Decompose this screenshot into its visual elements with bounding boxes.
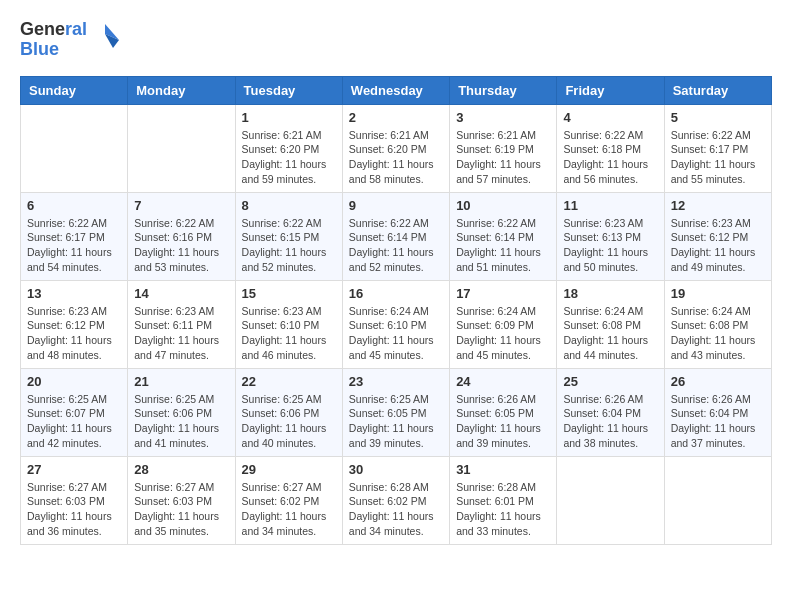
day-number: 5 (671, 110, 765, 125)
weekday-header: Friday (557, 76, 664, 104)
calendar-cell: 30Sunrise: 6:28 AM Sunset: 6:02 PM Dayli… (342, 456, 449, 544)
calendar-table: SundayMondayTuesdayWednesdayThursdayFrid… (20, 76, 772, 545)
calendar-cell: 20Sunrise: 6:25 AM Sunset: 6:07 PM Dayli… (21, 368, 128, 456)
weekday-header: Wednesday (342, 76, 449, 104)
calendar-week-row: 1Sunrise: 6:21 AM Sunset: 6:20 PM Daylig… (21, 104, 772, 192)
day-info: Sunrise: 6:23 AM Sunset: 6:12 PM Dayligh… (671, 216, 765, 275)
calendar-cell: 29Sunrise: 6:27 AM Sunset: 6:02 PM Dayli… (235, 456, 342, 544)
day-info: Sunrise: 6:25 AM Sunset: 6:07 PM Dayligh… (27, 392, 121, 451)
weekday-header: Saturday (664, 76, 771, 104)
day-info: Sunrise: 6:22 AM Sunset: 6:16 PM Dayligh… (134, 216, 228, 275)
day-number: 14 (134, 286, 228, 301)
day-number: 19 (671, 286, 765, 301)
calendar-cell: 22Sunrise: 6:25 AM Sunset: 6:06 PM Dayli… (235, 368, 342, 456)
calendar-cell: 24Sunrise: 6:26 AM Sunset: 6:05 PM Dayli… (450, 368, 557, 456)
day-info: Sunrise: 6:25 AM Sunset: 6:05 PM Dayligh… (349, 392, 443, 451)
day-number: 9 (349, 198, 443, 213)
weekday-header: Tuesday (235, 76, 342, 104)
day-number: 22 (242, 374, 336, 389)
calendar-cell: 27Sunrise: 6:27 AM Sunset: 6:03 PM Dayli… (21, 456, 128, 544)
calendar-header-row: SundayMondayTuesdayWednesdayThursdayFrid… (21, 76, 772, 104)
day-number: 21 (134, 374, 228, 389)
calendar-cell: 11Sunrise: 6:23 AM Sunset: 6:13 PM Dayli… (557, 192, 664, 280)
calendar-cell: 19Sunrise: 6:24 AM Sunset: 6:08 PM Dayli… (664, 280, 771, 368)
day-info: Sunrise: 6:25 AM Sunset: 6:06 PM Dayligh… (134, 392, 228, 451)
calendar-cell: 28Sunrise: 6:27 AM Sunset: 6:03 PM Dayli… (128, 456, 235, 544)
day-number: 2 (349, 110, 443, 125)
day-number: 12 (671, 198, 765, 213)
calendar-cell: 13Sunrise: 6:23 AM Sunset: 6:12 PM Dayli… (21, 280, 128, 368)
day-number: 8 (242, 198, 336, 213)
day-number: 31 (456, 462, 550, 477)
day-info: Sunrise: 6:27 AM Sunset: 6:03 PM Dayligh… (134, 480, 228, 539)
calendar-cell: 18Sunrise: 6:24 AM Sunset: 6:08 PM Dayli… (557, 280, 664, 368)
logo-general: General (20, 20, 87, 40)
calendar-cell (557, 456, 664, 544)
day-number: 28 (134, 462, 228, 477)
day-number: 20 (27, 374, 121, 389)
logo: General Blue (20, 20, 119, 60)
day-info: Sunrise: 6:22 AM Sunset: 6:18 PM Dayligh… (563, 128, 657, 187)
calendar-cell: 2Sunrise: 6:21 AM Sunset: 6:20 PM Daylig… (342, 104, 449, 192)
day-number: 17 (456, 286, 550, 301)
day-number: 16 (349, 286, 443, 301)
day-info: Sunrise: 6:26 AM Sunset: 6:04 PM Dayligh… (671, 392, 765, 451)
calendar-cell: 26Sunrise: 6:26 AM Sunset: 6:04 PM Dayli… (664, 368, 771, 456)
calendar-week-row: 20Sunrise: 6:25 AM Sunset: 6:07 PM Dayli… (21, 368, 772, 456)
day-info: Sunrise: 6:26 AM Sunset: 6:05 PM Dayligh… (456, 392, 550, 451)
weekday-header: Monday (128, 76, 235, 104)
day-number: 27 (27, 462, 121, 477)
day-info: Sunrise: 6:25 AM Sunset: 6:06 PM Dayligh… (242, 392, 336, 451)
calendar-cell: 6Sunrise: 6:22 AM Sunset: 6:17 PM Daylig… (21, 192, 128, 280)
logo-blue: Blue (20, 40, 87, 60)
calendar-cell: 23Sunrise: 6:25 AM Sunset: 6:05 PM Dayli… (342, 368, 449, 456)
day-number: 26 (671, 374, 765, 389)
day-number: 25 (563, 374, 657, 389)
calendar-cell: 25Sunrise: 6:26 AM Sunset: 6:04 PM Dayli… (557, 368, 664, 456)
day-info: Sunrise: 6:28 AM Sunset: 6:01 PM Dayligh… (456, 480, 550, 539)
calendar-cell: 9Sunrise: 6:22 AM Sunset: 6:14 PM Daylig… (342, 192, 449, 280)
day-number: 4 (563, 110, 657, 125)
page-header: General Blue (20, 20, 772, 60)
day-info: Sunrise: 6:23 AM Sunset: 6:12 PM Dayligh… (27, 304, 121, 363)
day-info: Sunrise: 6:23 AM Sunset: 6:10 PM Dayligh… (242, 304, 336, 363)
day-info: Sunrise: 6:24 AM Sunset: 6:08 PM Dayligh… (671, 304, 765, 363)
day-info: Sunrise: 6:21 AM Sunset: 6:20 PM Dayligh… (349, 128, 443, 187)
calendar-cell: 17Sunrise: 6:24 AM Sunset: 6:09 PM Dayli… (450, 280, 557, 368)
day-info: Sunrise: 6:21 AM Sunset: 6:20 PM Dayligh… (242, 128, 336, 187)
calendar-cell: 31Sunrise: 6:28 AM Sunset: 6:01 PM Dayli… (450, 456, 557, 544)
day-info: Sunrise: 6:22 AM Sunset: 6:17 PM Dayligh… (27, 216, 121, 275)
calendar-week-row: 27Sunrise: 6:27 AM Sunset: 6:03 PM Dayli… (21, 456, 772, 544)
day-number: 18 (563, 286, 657, 301)
day-number: 29 (242, 462, 336, 477)
calendar-cell: 5Sunrise: 6:22 AM Sunset: 6:17 PM Daylig… (664, 104, 771, 192)
day-info: Sunrise: 6:24 AM Sunset: 6:08 PM Dayligh… (563, 304, 657, 363)
calendar-cell: 14Sunrise: 6:23 AM Sunset: 6:11 PM Dayli… (128, 280, 235, 368)
logo-sail-icon (91, 22, 119, 58)
day-info: Sunrise: 6:24 AM Sunset: 6:10 PM Dayligh… (349, 304, 443, 363)
day-number: 13 (27, 286, 121, 301)
day-number: 1 (242, 110, 336, 125)
day-number: 24 (456, 374, 550, 389)
calendar-cell: 7Sunrise: 6:22 AM Sunset: 6:16 PM Daylig… (128, 192, 235, 280)
day-number: 30 (349, 462, 443, 477)
calendar-cell: 16Sunrise: 6:24 AM Sunset: 6:10 PM Dayli… (342, 280, 449, 368)
day-info: Sunrise: 6:26 AM Sunset: 6:04 PM Dayligh… (563, 392, 657, 451)
day-info: Sunrise: 6:22 AM Sunset: 6:14 PM Dayligh… (456, 216, 550, 275)
calendar-cell (128, 104, 235, 192)
day-info: Sunrise: 6:27 AM Sunset: 6:03 PM Dayligh… (27, 480, 121, 539)
day-info: Sunrise: 6:27 AM Sunset: 6:02 PM Dayligh… (242, 480, 336, 539)
weekday-header: Thursday (450, 76, 557, 104)
day-info: Sunrise: 6:23 AM Sunset: 6:11 PM Dayligh… (134, 304, 228, 363)
calendar-cell: 15Sunrise: 6:23 AM Sunset: 6:10 PM Dayli… (235, 280, 342, 368)
day-number: 11 (563, 198, 657, 213)
calendar-week-row: 13Sunrise: 6:23 AM Sunset: 6:12 PM Dayli… (21, 280, 772, 368)
weekday-header: Sunday (21, 76, 128, 104)
calendar-cell (21, 104, 128, 192)
calendar-cell: 12Sunrise: 6:23 AM Sunset: 6:12 PM Dayli… (664, 192, 771, 280)
day-info: Sunrise: 6:22 AM Sunset: 6:15 PM Dayligh… (242, 216, 336, 275)
day-info: Sunrise: 6:23 AM Sunset: 6:13 PM Dayligh… (563, 216, 657, 275)
day-number: 10 (456, 198, 550, 213)
day-number: 3 (456, 110, 550, 125)
day-number: 23 (349, 374, 443, 389)
